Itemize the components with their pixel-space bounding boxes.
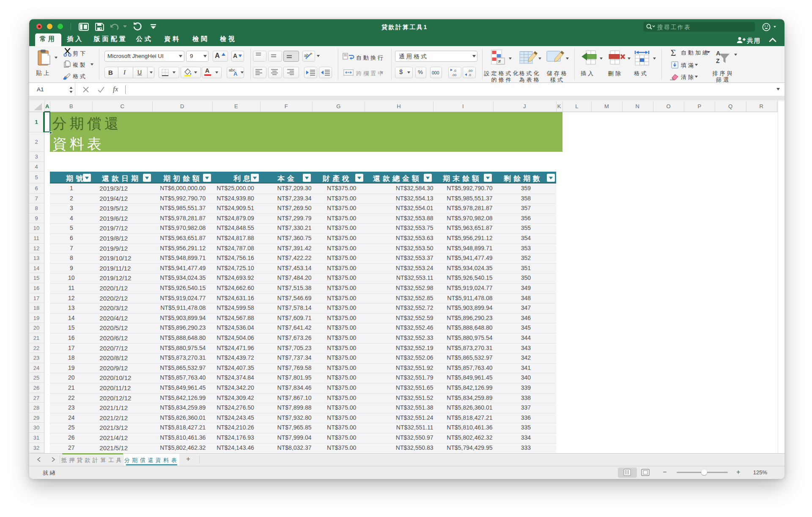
svg-text:.0: .0 — [468, 73, 471, 77]
svg-text:.00: .00 — [468, 69, 473, 73]
svg-text:.0: .0 — [453, 69, 456, 73]
svg-text:≠: ≠ — [498, 58, 501, 64]
svg-text:.00: .00 — [452, 73, 457, 77]
svg-text:Z: Z — [716, 57, 720, 64]
svg-text:ab: ab — [304, 53, 309, 58]
svg-text:A: A — [716, 50, 720, 57]
